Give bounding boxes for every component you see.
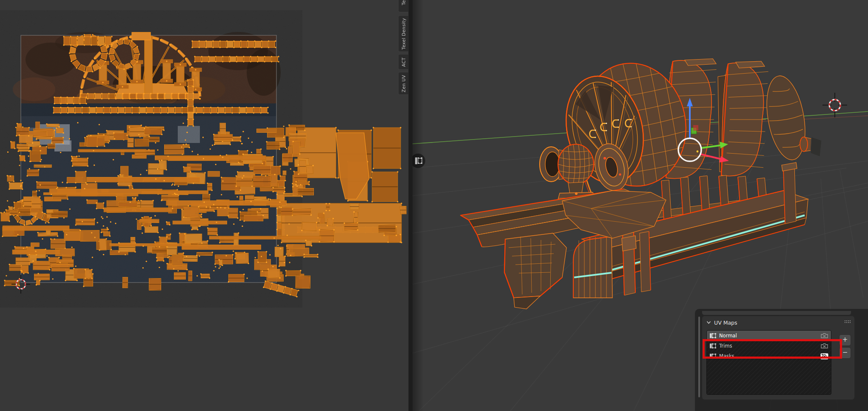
sidebar-region: UV Maps Normal	[695, 309, 868, 411]
tab-zen-uv[interactable]: Zen UV	[398, 72, 409, 95]
annotation-red-box	[703, 339, 842, 359]
viewport-3d[interactable]: UV Maps Normal	[413, 0, 868, 411]
blender-window: TexT Texel Density ACT Zen UV UV Maps	[0, 0, 868, 411]
uv-editor[interactable]: TexT Texel Density ACT Zen UV	[0, 0, 408, 411]
uv-maps-panel: UV Maps Normal	[702, 316, 855, 400]
uvmap-icon	[709, 332, 716, 339]
uv-maps-panel-header[interactable]: UV Maps	[702, 316, 854, 329]
collapsed-panel-edge[interactable]	[702, 311, 851, 315]
uv-sidebar-tabs: TexT Texel Density ACT Zen UV	[398, 0, 409, 411]
uv-canvas[interactable]	[0, 0, 408, 411]
uv-map-name: Normal	[719, 333, 817, 339]
tab-texel-density[interactable]: Texel Density	[398, 15, 409, 52]
panel-drag-handle-icon[interactable]	[844, 320, 851, 323]
chevron-down-icon	[706, 321, 711, 324]
region-scrollbar[interactable]	[698, 317, 700, 397]
camera-disabled-icon[interactable]	[820, 333, 828, 339]
tab-textools[interactable]: TexT	[398, 0, 409, 12]
tab-act[interactable]: ACT	[398, 54, 409, 70]
panel-title: UV Maps	[714, 320, 737, 326]
